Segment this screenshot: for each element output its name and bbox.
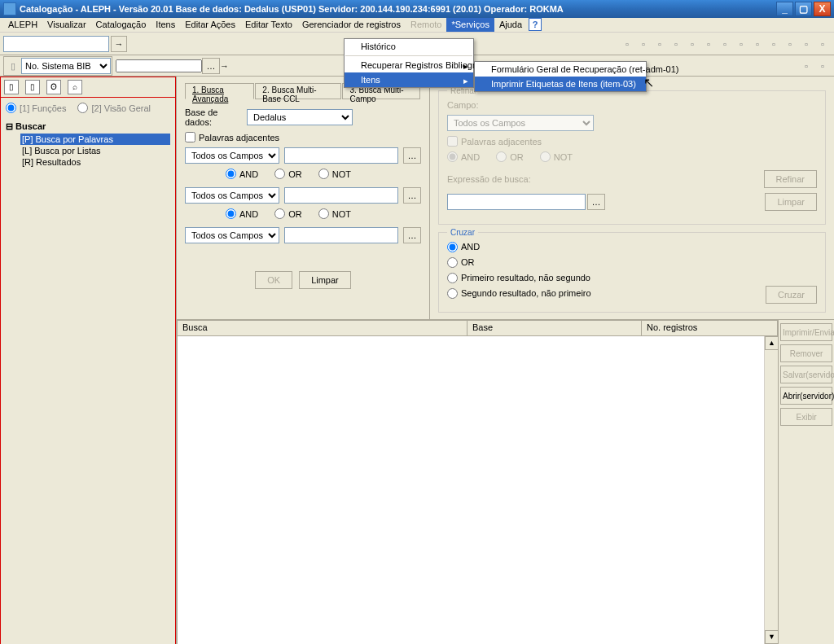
base-select[interactable]: Dedalus	[247, 109, 353, 125]
tb-icon-1[interactable]: ▫	[621, 37, 634, 50]
expr-input[interactable]	[447, 194, 586, 210]
cross-legend: Cruzar	[447, 228, 478, 237]
lookup-1[interactable]: …	[403, 147, 421, 164]
cross-fieldset: Cruzar AND OR Primeiro resultado, não se…	[438, 228, 826, 313]
menu-visualizar[interactable]: Visualizar	[42, 18, 91, 32]
menu-editar-acoes[interactable]: Editar Ações	[180, 18, 240, 32]
op2-not[interactable]: NOT	[318, 208, 351, 219]
record-type-selector[interactable]: ▯ No. Sistema BIB	[3, 56, 112, 76]
dd-imprimir-etiquetas[interactable]: Imprimir Etiquetas de Itens (item-03)	[475, 77, 646, 91]
tb-icon-5[interactable]: ▫	[686, 37, 699, 50]
base-label: Base de dados:	[185, 107, 242, 127]
tab-busca-multibase[interactable]: 2. Busca Multi-Base CCL	[255, 83, 341, 99]
results-header: Busca Base No. registros	[177, 320, 779, 336]
left-tab-1[interactable]: ▯	[4, 80, 19, 94]
tb-icon-13[interactable]: ▫	[816, 37, 829, 50]
maximize-button[interactable]: ▢	[795, 2, 812, 16]
window-title: Catalogação - ALEPH - Versão 20.01 Base …	[20, 4, 776, 14]
left-tab-4[interactable]: ⌕	[68, 80, 82, 94]
field-select-1[interactable]: Todos os Campos	[185, 147, 279, 164]
tb-icon-7[interactable]: ▫	[718, 37, 731, 50]
show-button: Exibir	[780, 408, 832, 426]
menu-aleph[interactable]: ALEPH	[3, 18, 42, 32]
lookup-2[interactable]: …	[403, 187, 421, 204]
dd-formulario-geral[interactable]: Formulário Geral de Recuperação (ret-adm…	[475, 62, 646, 77]
tb-icon-11[interactable]: ▫	[784, 37, 797, 50]
dd-itens[interactable]: Itens▸	[345, 72, 473, 87]
toolbar-go-button[interactable]: →	[111, 36, 127, 52]
dd-recuperar[interactable]: Recuperar Registros Bibliográficos▸	[345, 58, 473, 72]
tb2-icon-2[interactable]: ▫	[816, 59, 829, 72]
field-select-2[interactable]: Todos os Campos	[185, 187, 279, 204]
go-button-2[interactable]: →	[220, 61, 229, 71]
refine-or: OR	[496, 151, 524, 162]
op2-or[interactable]: OR	[274, 208, 302, 219]
tb-icon-8[interactable]: ▫	[735, 37, 748, 50]
campo-select: Todos os Campos	[447, 115, 594, 131]
left-panel: ▯ ▯ ʘ ⌕ [1] Funções [2] Visão Geral ⊟ Bu…	[0, 77, 177, 644]
scroll-up-icon[interactable]: ▲	[765, 336, 779, 350]
help-icon[interactable]: ?	[529, 18, 542, 31]
term-input-1[interactable]	[284, 147, 398, 164]
save-server-button: Salvar(servidor)	[780, 366, 832, 383]
menu-remoto: Remoto	[406, 18, 447, 32]
field-select-3[interactable]: Todos os Campos	[185, 227, 279, 243]
servicos-dropdown: Histórico Recuperar Registros Bibliográf…	[344, 38, 474, 88]
tree-root-buscar[interactable]: ⊟ Buscar	[6, 121, 170, 132]
radio-visao-geral[interactable]: [2] Visão Geral	[77, 103, 151, 113]
toolbar-search-input[interactable]	[3, 36, 109, 52]
tb-icon-6[interactable]: ▫	[702, 37, 715, 50]
tb-icon-12[interactable]: ▫	[800, 37, 813, 50]
tree-item-busca-palavras[interactable]: [P] Busca por Palavras	[20, 134, 170, 145]
results-scrollbar[interactable]: ▲ ▼	[764, 336, 778, 644]
tree-item-busca-listas[interactable]: [L] Busca por Listas	[20, 145, 170, 156]
window-titlebar: Catalogação - ALEPH - Versão 20.01 Base …	[0, 0, 834, 18]
term-input-3[interactable]	[284, 227, 398, 243]
tb-icon-2[interactable]: ▫	[637, 37, 650, 50]
tb-icon-9[interactable]: ▫	[751, 37, 764, 50]
open-server-button[interactable]: Abrir(servidor)	[780, 387, 832, 405]
op1-or[interactable]: OR	[274, 169, 302, 179]
op2-and[interactable]: AND	[226, 208, 258, 219]
scroll-down-icon[interactable]: ▼	[765, 630, 779, 644]
menu-catalogacao[interactable]: Catalogação	[91, 18, 151, 32]
tb-icon-4[interactable]: ▫	[669, 37, 683, 50]
system-number-input[interactable]	[116, 59, 202, 72]
clear-button[interactable]: Limpar	[299, 271, 351, 289]
cross-and[interactable]: AND	[447, 242, 480, 252]
cross-second[interactable]: Segundo resultado, não primeiro	[447, 288, 591, 299]
expr-lookup[interactable]: …	[587, 194, 605, 210]
dd-historico[interactable]: Histórico	[345, 39, 473, 54]
ok-button[interactable]: OK	[255, 271, 292, 289]
menu-ajuda[interactable]: Ajuda	[494, 18, 527, 32]
chevron-right-icon: ▸	[463, 76, 468, 86]
tab-busca-avancada[interactable]: 1. Busca Avançada	[185, 83, 254, 99]
tb2-icon-1[interactable]: ▫	[800, 59, 813, 72]
cross-first[interactable]: Primeiro resultado, não segundo	[447, 273, 590, 283]
left-tab-2[interactable]: ▯	[25, 80, 40, 94]
menu-editar-texto[interactable]: Editar Texto	[240, 18, 297, 32]
op1-and[interactable]: AND	[226, 169, 258, 179]
right-panel: 1. Busca Avançada 2. Busca Multi-Base CC…	[177, 77, 834, 644]
menu-servicos[interactable]: *Serviços	[446, 18, 494, 32]
tree-item-resultados[interactable]: [R] Resultados	[20, 156, 170, 168]
radio-funcoes[interactable]: [1] Funções	[6, 103, 66, 113]
menu-itens[interactable]: Itens	[151, 18, 180, 32]
lookup-3[interactable]: …	[403, 227, 421, 243]
system-select[interactable]: No. Sistema BIB	[21, 58, 111, 74]
left-tabs: ▯ ▯ ʘ ⌕	[0, 77, 176, 98]
menu-gerenciador[interactable]: Gerenciador de registros	[297, 18, 406, 32]
term-input-2[interactable]	[284, 187, 398, 204]
left-tab-3[interactable]: ʘ	[46, 80, 61, 94]
cross-button: Cruzar	[766, 286, 817, 304]
tb-icon-10[interactable]: ▫	[767, 37, 780, 50]
close-button[interactable]: X	[814, 2, 831, 16]
cross-or[interactable]: OR	[447, 257, 475, 268]
adjacent-checkbox[interactable]: Palavras adjacentes	[185, 132, 279, 142]
tb-icon-3[interactable]: ▫	[653, 37, 666, 50]
expr-label: Expressão de busca:	[447, 174, 531, 184]
minimize-button[interactable]: _	[776, 2, 793, 16]
op1-not[interactable]: NOT	[318, 169, 351, 179]
lookup-button[interactable]: …	[202, 58, 220, 74]
side-actions: Imprimir/Enviar Remover Salvar(servidor)…	[779, 320, 834, 644]
